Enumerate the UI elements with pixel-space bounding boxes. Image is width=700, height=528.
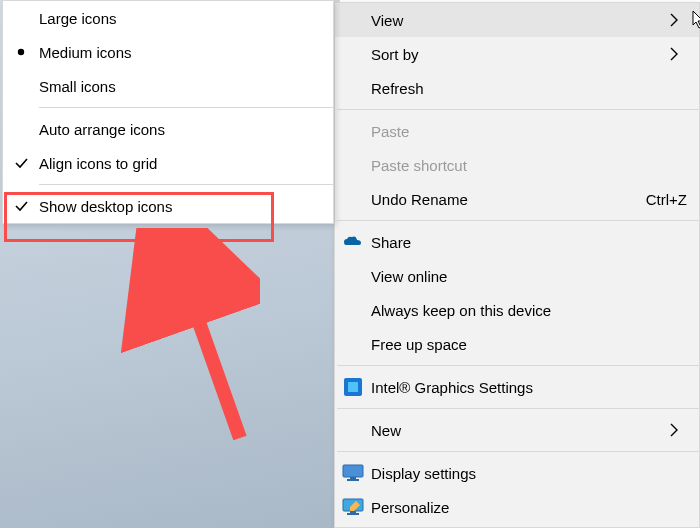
menu-item-view[interactable]: View (335, 3, 699, 37)
check-icon (3, 198, 39, 214)
separator (337, 451, 699, 452)
svg-point-0 (18, 49, 24, 55)
svg-rect-3 (343, 465, 363, 477)
chevron-right-icon (669, 47, 687, 61)
menu-item-intel-graphics[interactable]: Intel® Graphics Settings (335, 370, 699, 404)
menu-item-new[interactable]: New (335, 413, 699, 447)
menu-item-view-online[interactable]: View online (335, 259, 699, 293)
menu-label: Medium icons (39, 44, 321, 61)
menu-label: View (371, 12, 669, 29)
separator (337, 220, 699, 221)
menu-label: New (371, 422, 669, 439)
menu-label: Display settings (371, 465, 687, 482)
menu-item-paste: Paste (335, 114, 699, 148)
svg-rect-4 (350, 477, 356, 479)
check-icon (3, 155, 39, 171)
svg-rect-5 (347, 479, 359, 481)
menu-item-large-icons[interactable]: Large icons (3, 1, 333, 35)
menu-label: Paste (371, 123, 687, 140)
menu-item-refresh[interactable]: Refresh (335, 71, 699, 105)
intel-icon (335, 377, 371, 397)
bullet-icon (3, 48, 39, 56)
separator (39, 107, 333, 108)
menu-label: Show desktop icons (39, 198, 321, 215)
menu-label: Personalize (371, 499, 687, 516)
menu-item-share[interactable]: Share (335, 225, 699, 259)
onedrive-share-icon (335, 235, 371, 249)
display-icon (335, 464, 371, 482)
menu-label: Sort by (371, 46, 669, 63)
menu-label: View online (371, 268, 687, 285)
menu-item-free-up-space[interactable]: Free up space (335, 327, 699, 361)
menu-label: Auto arrange icons (39, 121, 321, 138)
separator (337, 109, 699, 110)
menu-label: Align icons to grid (39, 155, 321, 172)
menu-label: Refresh (371, 80, 687, 97)
menu-item-always-keep[interactable]: Always keep on this device (335, 293, 699, 327)
svg-rect-8 (347, 513, 359, 515)
shortcut-text: Ctrl+Z (646, 191, 687, 208)
view-submenu: Large icons Medium icons Small icons Aut… (2, 0, 334, 224)
desktop-context-menu: View Sort by Refresh Paste Paste shortcu… (334, 2, 700, 528)
menu-label: Always keep on this device (371, 302, 687, 319)
menu-label: Undo Rename (371, 191, 646, 208)
svg-rect-7 (350, 511, 356, 513)
menu-item-display-settings[interactable]: Display settings (335, 456, 699, 490)
separator (337, 365, 699, 366)
svg-rect-2 (348, 382, 358, 392)
chevron-right-icon (669, 423, 687, 437)
separator (39, 184, 333, 185)
menu-item-paste-shortcut: Paste shortcut (335, 148, 699, 182)
menu-label: Small icons (39, 78, 321, 95)
menu-item-show-desktop-icons[interactable]: Show desktop icons (3, 189, 333, 223)
menu-item-small-icons[interactable]: Small icons (3, 69, 333, 103)
chevron-right-icon (669, 13, 687, 27)
menu-label: Free up space (371, 336, 687, 353)
menu-item-medium-icons[interactable]: Medium icons (3, 35, 333, 69)
separator (337, 408, 699, 409)
menu-item-personalize[interactable]: Personalize (335, 490, 699, 524)
menu-item-auto-arrange[interactable]: Auto arrange icons (3, 112, 333, 146)
menu-label: Intel® Graphics Settings (371, 379, 687, 396)
menu-label: Paste shortcut (371, 157, 687, 174)
personalize-icon (335, 498, 371, 516)
menu-item-sort-by[interactable]: Sort by (335, 37, 699, 71)
menu-label: Share (371, 234, 687, 251)
menu-item-align-grid[interactable]: Align icons to grid (3, 146, 333, 180)
menu-item-undo-rename[interactable]: Undo Rename Ctrl+Z (335, 182, 699, 216)
menu-label: Large icons (39, 10, 321, 27)
